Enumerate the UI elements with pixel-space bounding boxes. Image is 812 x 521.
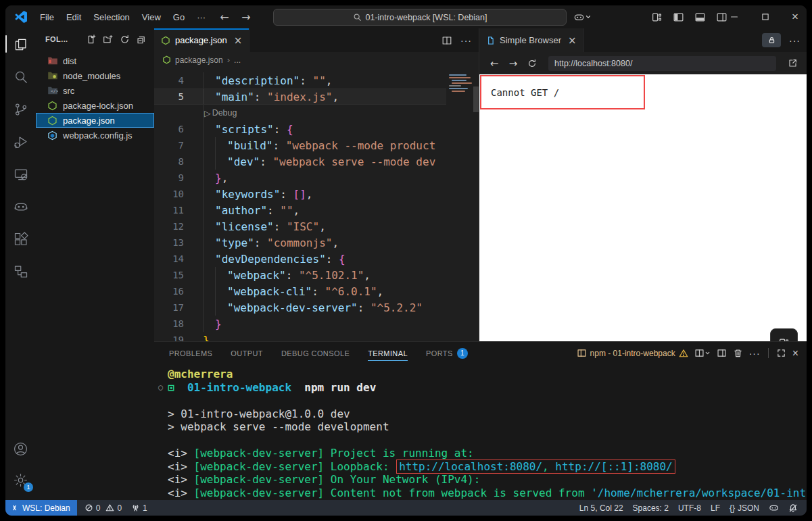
file-src[interactable]: </>src xyxy=(36,83,154,98)
token: "" xyxy=(280,204,293,217)
menu-bar: FileEditSelectionViewGo··· xyxy=(34,10,212,24)
ports-status[interactable]: 1 xyxy=(126,500,152,516)
maximize-panel-icon[interactable] xyxy=(776,348,786,358)
token: } xyxy=(215,318,222,330)
collapse-all-icon[interactable] xyxy=(135,33,147,45)
menu-more[interactable]: ··· xyxy=(191,10,212,24)
cursor-position[interactable]: Ln 5, Col 22 xyxy=(575,500,628,516)
codelens-debug[interactable]: ▷Debug xyxy=(154,105,479,121)
nav-forward-button[interactable]: → xyxy=(237,5,256,28)
menu-go[interactable]: Go xyxy=(167,10,191,24)
problems-status[interactable]: 0 0 xyxy=(80,500,126,516)
close-panel-icon[interactable]: × xyxy=(792,347,798,359)
editor-scrollbar[interactable] xyxy=(473,86,479,112)
code-text: "main": "index.js", xyxy=(203,91,339,103)
split-editor-icon[interactable] xyxy=(441,35,452,46)
browser-back-icon[interactable]: ← xyxy=(486,55,502,72)
breadcrumb-more[interactable]: ... xyxy=(234,55,241,65)
browser-url-input[interactable]: http://localhost:8080/ xyxy=(548,56,776,71)
copilot-status-icon[interactable] xyxy=(764,500,784,516)
copilot-menu-icon[interactable] xyxy=(572,5,592,28)
breadcrumb[interactable]: package.json › ... xyxy=(154,52,479,68)
command-center-search[interactable]: 01-intro-webpack [WSL: Debian] xyxy=(273,9,567,26)
close-window-button[interactable]: × xyxy=(782,5,807,28)
tab-package-json[interactable]: package.json × xyxy=(154,28,249,52)
source-control-icon[interactable] xyxy=(10,99,31,120)
tab-close-icon[interactable]: × xyxy=(234,34,243,47)
tab-simple-browser[interactable]: Simple Browser × xyxy=(479,28,584,52)
run-triangle-icon: ▷ xyxy=(204,108,211,118)
url-text: http://localhost:8080/ xyxy=(554,59,632,68)
lock-icon[interactable] xyxy=(762,33,781,47)
eol-status[interactable]: LF xyxy=(706,500,725,516)
panel-tab-problems[interactable]: PROBLEMS xyxy=(169,342,212,364)
customize-layout-icon[interactable] xyxy=(646,5,667,28)
panel-tab-debug-console[interactable]: DEBUG CONSOLE xyxy=(281,342,350,364)
terminal-link[interactable]: http://[::1]:8080/ xyxy=(555,460,672,473)
line-number: 16 xyxy=(154,286,184,297)
code-line-8: 8"dev": "webpack serve --mode dev xyxy=(154,153,479,170)
menu-file[interactable]: File xyxy=(34,10,60,24)
indentation-status[interactable]: Spaces: 2 xyxy=(628,500,673,516)
code-editor[interactable]: 4"description": "",5"main": "index.js",▷… xyxy=(154,68,479,341)
extensions-icon[interactable] xyxy=(10,228,31,249)
file-dist[interactable]: dist xyxy=(36,53,154,68)
remote-explorer-icon[interactable] xyxy=(10,164,31,184)
minimize-button[interactable] xyxy=(721,5,748,28)
run-debug-icon[interactable] xyxy=(10,131,31,152)
terminal-text: <i> xyxy=(168,460,187,473)
command-decoration-icon[interactable]: ○ xyxy=(158,381,163,395)
maximize-button[interactable] xyxy=(752,5,779,28)
file-package-lock-json[interactable]: package-lock.json xyxy=(36,98,154,113)
explorer-icon[interactable] xyxy=(10,34,31,55)
panel-tab-ports[interactable]: PORTS1 xyxy=(426,342,468,364)
settings-gear-icon[interactable]: 1 xyxy=(10,470,31,491)
file-package-json[interactable]: package.json xyxy=(36,113,154,128)
terminal-link[interactable]: http://localhost:8080/ xyxy=(399,460,542,473)
panel-tab-terminal[interactable]: TERMINAL xyxy=(368,342,408,364)
browser-page[interactable]: Cannot GET / xyxy=(479,74,807,341)
editor-more-actions-icon[interactable]: ··· xyxy=(460,35,472,46)
new-folder-icon[interactable] xyxy=(101,33,114,45)
remote-indicator[interactable]: WSL: Debian xyxy=(5,500,77,516)
browser-reload-icon[interactable] xyxy=(524,55,540,72)
tab-close-icon[interactable]: × xyxy=(568,34,577,47)
minimap[interactable] xyxy=(446,73,473,120)
terminal-instance[interactable]: npm - 01-intro-webpack xyxy=(577,348,688,358)
refresh-icon[interactable] xyxy=(118,33,130,45)
token: : xyxy=(326,253,339,266)
toggle-panel-icon[interactable] xyxy=(690,5,710,28)
terminal-link[interactable]: '/home/mcherrera/workspace/01-intro-webp… xyxy=(591,487,807,499)
split-terminal-icon[interactable] xyxy=(694,348,711,358)
codelens-label: Debug xyxy=(212,108,237,118)
encoding-status[interactable]: UTF-8 xyxy=(673,500,706,516)
github-copilot-icon[interactable] xyxy=(10,196,31,217)
browser-more-actions-icon[interactable]: ··· xyxy=(789,35,801,46)
menu-edit[interactable]: Edit xyxy=(60,10,87,24)
line-number: 7 xyxy=(154,140,184,151)
browser-forward-icon[interactable]: → xyxy=(505,55,521,72)
kill-terminal-trash-icon[interactable] xyxy=(733,348,743,358)
notifications-bell-icon[interactable] xyxy=(784,500,803,516)
new-file-icon[interactable] xyxy=(85,33,97,45)
code-text: "dev": "webpack serve --mode dev xyxy=(203,155,435,168)
menu-selection[interactable]: Selection xyxy=(87,10,135,24)
menu-view[interactable]: View xyxy=(136,10,167,24)
file-node-modules[interactable]: node_modules xyxy=(36,68,154,83)
panel-tab-output[interactable]: OUTPUT xyxy=(231,342,263,364)
file-webpack-config-js[interactable]: webpack.config.js xyxy=(36,128,154,143)
language-mode[interactable]: {} JSON xyxy=(725,500,764,516)
panel-more-actions-icon[interactable]: ··· xyxy=(749,348,761,359)
terminal-output[interactable]: @mcherrera○⊡ 01-intro-webpack npm run de… xyxy=(154,364,807,500)
references-view-icon[interactable] xyxy=(10,261,31,282)
search-view-icon[interactable] xyxy=(10,66,31,87)
open-external-icon[interactable] xyxy=(784,55,801,72)
line-number: 17 xyxy=(154,302,184,313)
panel-split-icon[interactable] xyxy=(717,348,727,358)
line-number: 4 xyxy=(154,75,184,86)
nav-back-button[interactable]: ← xyxy=(215,5,234,28)
account-icon[interactable] xyxy=(10,439,31,460)
active-view-indicator xyxy=(5,35,7,53)
breadcrumb-item[interactable]: package.json xyxy=(175,55,223,65)
toggle-sidebar-icon[interactable] xyxy=(668,5,688,28)
